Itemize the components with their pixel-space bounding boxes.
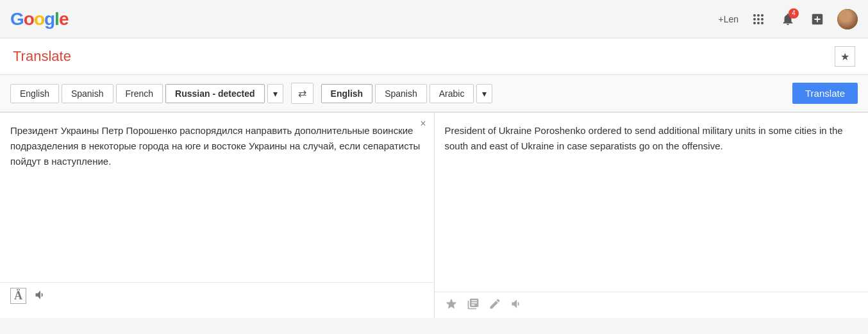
language-bar: English Spanish French Russian - detecte… <box>0 75 868 112</box>
target-lang-section: English Spanish Arabic ▾ <box>321 84 493 103</box>
page-title-bar: Translate ★ <box>0 38 868 75</box>
panels-container: Президент Украины Петр Порошенко распоря… <box>0 112 868 318</box>
user-label[interactable]: +Len <box>718 14 739 24</box>
header-right: +Len 4 <box>718 9 858 29</box>
notification-icon[interactable]: 4 <box>778 10 797 29</box>
target-lang-dropdown[interactable]: ▾ <box>476 84 492 103</box>
target-speaker-icon[interactable] <box>510 297 523 313</box>
compose-icon[interactable] <box>808 10 827 29</box>
star-page-button[interactable]: ★ <box>835 46 855 67</box>
source-lang-french[interactable]: French <box>116 84 163 103</box>
apps-icon[interactable] <box>749 10 768 29</box>
target-lang-arabic[interactable]: Arabic <box>430 84 474 103</box>
header: Google +Len 4 <box>0 0 868 38</box>
swap-languages-button[interactable]: ⇄ <box>291 83 313 104</box>
phrasebook-icon[interactable] <box>467 297 480 313</box>
source-text-input[interactable]: Президент Украины Петр Порошенко распоря… <box>0 113 434 280</box>
target-panel-footer <box>435 292 869 318</box>
source-lang-russian[interactable]: Russian - detected <box>165 84 264 103</box>
source-text-panel: Президент Украины Петр Порошенко распоря… <box>0 113 435 318</box>
clear-source-button[interactable]: × <box>420 118 426 129</box>
target-lang-spanish[interactable]: Spanish <box>375 84 427 103</box>
source-lang-dropdown[interactable]: ▾ <box>267 84 283 103</box>
header-left: Google <box>10 9 68 29</box>
source-lang-english[interactable]: English <box>10 84 59 103</box>
google-logo: Google <box>10 9 68 29</box>
source-speaker-icon[interactable] <box>34 288 47 304</box>
source-lang-section: English Spanish French Russian - detecte… <box>10 84 283 103</box>
target-text-panel: President of Ukraine Poroshenko ordered … <box>435 113 869 318</box>
save-translation-icon[interactable] <box>445 297 458 313</box>
source-lang-spanish[interactable]: Spanish <box>62 84 113 103</box>
translate-main: English Spanish French Russian - detecte… <box>0 75 868 318</box>
translated-text: President of Ukraine Poroshenko ordered … <box>435 113 869 164</box>
source-panel-footer: Ä <box>0 282 434 309</box>
font-size-icon[interactable]: Ä <box>10 288 26 304</box>
target-lang-english[interactable]: English <box>321 84 373 103</box>
translate-button[interactable]: Translate <box>792 83 858 104</box>
page-title: Translate <box>13 48 71 65</box>
edit-translation-icon[interactable] <box>488 297 501 313</box>
avatar[interactable] <box>837 9 858 29</box>
notification-badge: 4 <box>789 8 799 19</box>
